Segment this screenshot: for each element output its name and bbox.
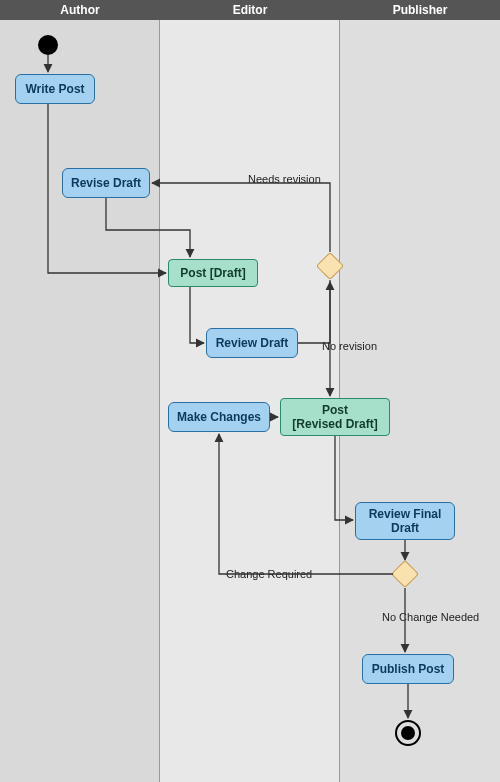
start-node <box>38 35 58 55</box>
activity-review-final: Review Final Draft <box>355 502 455 540</box>
object-post-revised: Post [Revised Draft] <box>280 398 390 436</box>
lane-author <box>0 0 160 782</box>
activity-make-changes: Make Changes <box>168 402 270 432</box>
edge-label-no-revision: No revision <box>322 340 377 352</box>
lane-header-publisher: Publisher <box>340 0 500 20</box>
lane-editor <box>160 0 340 782</box>
edge-label-no-change-needed: No Change Needed <box>382 611 479 623</box>
activity-diagram: Author Editor Publisher Write Post Revis… <box>0 0 500 782</box>
lane-header-editor: Editor <box>160 0 340 20</box>
activity-revise-draft: Revise Draft <box>62 168 150 198</box>
edge-label-change-required: Change Required <box>226 568 312 580</box>
lane-header-author: Author <box>0 0 160 20</box>
activity-publish-post: Publish Post <box>362 654 454 684</box>
activity-review-draft: Review Draft <box>206 328 298 358</box>
object-post-draft: Post [Draft] <box>168 259 258 287</box>
end-node <box>395 720 421 746</box>
activity-write-post: Write Post <box>15 74 95 104</box>
end-node-inner <box>401 726 415 740</box>
edge-label-needs-revision: Needs revision <box>248 173 321 185</box>
